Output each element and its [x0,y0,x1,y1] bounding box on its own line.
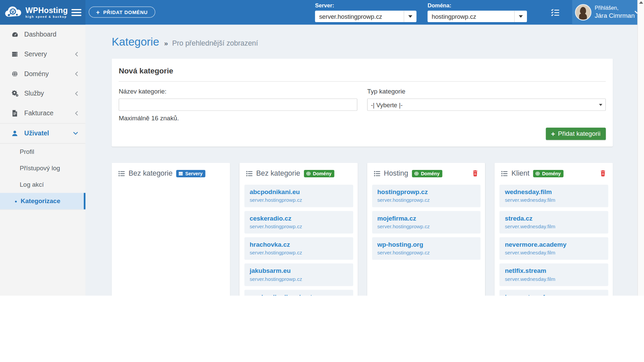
caret-down-icon [515,15,527,17]
domain-link[interactable]: streda.cz [505,215,532,222]
domain-link[interactable]: abcpodnikani.eu [250,188,300,196]
domain-select-value: hostingprowp.cz [428,13,514,20]
sidebar-item-fakturace[interactable]: Fakturace [0,104,86,123]
domain-card[interactable]: streda.cz server.wednesday.film [499,211,608,233]
chevron-left-icon [75,52,78,57]
domain-card[interactable]: ceskeradio.cz server.hostingprowp.cz [244,211,353,233]
category-name-label: Název kategorie: [119,88,357,95]
category-column-header: Hosting Domény [367,163,485,180]
category-column-title: Klient [512,169,530,178]
main-content: Kategorie » Pro přehlednější zobrazení N… [86,24,638,296]
domain-link[interactable]: wednesday.film [505,188,552,196]
sidebar-item-label: Uživatel [24,130,49,137]
sidebar-item-dashboard[interactable]: Dashboard [0,24,86,44]
domain-link[interactable]: hrachovka.cz [250,241,290,248]
brand-name: WPHosting [25,7,68,14]
domain-card[interactable]: jennaortega.fun server.wednesday.film [499,290,608,296]
domain-select-group: Doména: hostingprowp.cz [428,2,527,24]
scrollbar-up-arrow-icon[interactable] [639,1,643,4]
sidebar-item-servery[interactable]: Servery [0,44,86,64]
domain-link[interactable]: ceskeradio.cz [250,215,291,222]
chevron-left-icon [75,111,78,116]
add-category-button[interactable]: + Přidat kategorii [546,128,606,140]
vertical-scrollbar[interactable] [637,0,644,296]
globe-icon [11,71,18,77]
domain-server-label: server.hostingprowp.cz [250,250,347,256]
avatar [575,4,591,20]
add-domain-label: PŘIDAT DOMÉNU [103,9,148,15]
category-type-badge-label: Servery [185,171,203,176]
list-icon [501,170,508,177]
domain-link[interactable]: nevermore.academy [505,241,567,248]
domain-link[interactable]: mojefirma.cz [377,215,416,222]
domain-link[interactable]: jennaortega.fun [505,294,552,296]
category-type-badge-label: Domény [421,171,440,176]
domain-card[interactable]: modernibydlneni.net server.hostingprowp.… [244,290,353,296]
page-subtitle: Pro přehlednější zobrazení [172,39,258,48]
sidebar-subitem-kategorizace[interactable]: • Kategorizace [0,193,86,209]
domain-server-label: server.hostingprowp.cz [250,276,347,282]
list-icon [246,170,253,177]
new-category-title: Nová kategorie [119,66,606,82]
domain-link[interactable]: modernibydlneni.net [250,294,312,296]
domain-link[interactable]: netlfix.stream [505,267,546,275]
domain-card[interactable]: hostingprowp.cz server.hostingprowp.cz [372,185,481,207]
domain-card[interactable]: nevermore.academy server.wednesday.film [499,237,608,260]
list-icon [374,170,380,177]
caret-down-icon [596,104,605,106]
globe-badge-icon [414,171,419,176]
category-column-items [112,180,230,189]
category-column: Bez kategorie Domény abcpodnikani.eu ser… [239,163,358,296]
domain-link[interactable]: jakubsarm.eu [250,267,290,275]
add-domain-button[interactable]: + PŘIDAT DOMÉNU [89,7,155,18]
sidebar: Dashboard Servery Domény Služby Fakturac… [0,24,86,296]
sidebar-subitem-label: Profil [20,148,34,156]
delete-category-trash-icon[interactable] [471,169,479,178]
domain-select-label: Doména: [428,2,527,8]
category-column-title: Hosting [384,169,408,178]
domain-card[interactable]: mojefirma.cz server.hostingprowp.cz [372,211,481,233]
category-type-badge-label: Domény [313,171,332,176]
domain-card[interactable]: wednesday.film server.wednesday.film [499,185,608,207]
domain-card[interactable]: wp-hosting.org server.hostingprowp.cz [372,237,481,260]
sidebar-item-slu-by[interactable]: Služby [0,84,86,104]
domain-card[interactable]: netlfix.stream server.wednesday.film [499,263,608,286]
user-greeting: Přihlášen, [595,5,635,12]
domain-server-label: server.hostingprowp.cz [250,197,347,203]
category-column-title: Bez kategorie [256,169,300,178]
sidebar-item-dom-ny[interactable]: Domény [0,64,86,84]
domain-server-label: server.wednesday.film [505,276,603,282]
category-type-badge: Servery [176,170,205,177]
domain-card[interactable]: hrachovka.cz server.hostingprowp.cz [244,237,353,260]
domain-link[interactable]: wp-hosting.org [377,241,423,248]
domain-server-label: server.hostingprowp.cz [250,224,347,229]
domain-card[interactable]: abcpodnikani.eu server.hostingprowp.cz [244,185,353,207]
category-type-select[interactable]: -| Vyberte |- [367,99,606,111]
domain-card[interactable]: jakubsarm.eu server.hostingprowp.cz [244,263,353,286]
user-text: Přihlášen, Jára Cimrman [595,5,635,20]
user-menu[interactable]: Přihlášen, Jára Cimrman [572,0,638,24]
sidebar-subitem-profil[interactable]: • Profil [0,144,86,160]
category-column-title: Bez kategorie [128,169,172,178]
sidebar-item-label: Služby [24,90,44,97]
sidebar-subitem-label: Kategorizace [21,197,60,205]
domain-select[interactable]: hostingprowp.cz [428,11,527,22]
delete-category-trash-icon[interactable] [599,169,607,178]
checklist-icon[interactable] [538,0,572,24]
hamburger-menu-icon[interactable] [71,7,81,17]
category-column: Klient Domény wednesday.film server.wedn… [495,163,613,296]
chevron-left-icon [75,91,78,96]
domain-server-label: server.wednesday.film [505,197,603,203]
category-type-field-group: Typ kategorie -| Vyberte |- [367,88,606,122]
add-category-label: Přidat kategorii [558,130,601,137]
category-column: Hosting Domény hostingprowp.cz server.ho… [367,163,485,296]
caret-down-icon [404,15,417,17]
globe-badge-icon [306,171,311,176]
server-select[interactable]: server.hostingprowp.cz [315,11,416,22]
sidebar-subitem-p-stupov-log[interactable]: • Přístupový log [0,160,86,177]
category-type-badge: Domény [533,170,564,177]
sidebar-item-u-ivatel[interactable]: Uživatel [0,123,86,143]
category-name-input[interactable] [119,99,357,111]
domain-link[interactable]: hostingprowp.cz [377,188,428,196]
sidebar-subitem-log-akc-[interactable]: • Log akcí [0,177,86,193]
